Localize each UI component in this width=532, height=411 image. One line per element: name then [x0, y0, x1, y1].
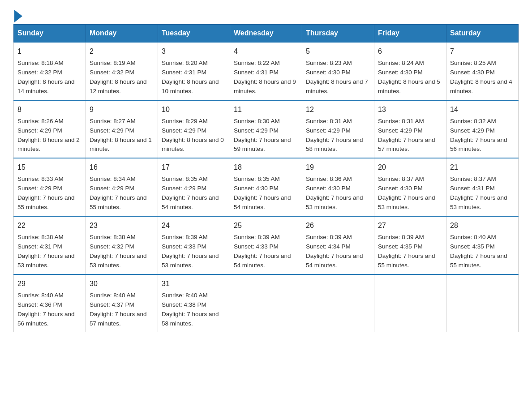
day-number: 29	[17, 278, 82, 289]
day-number: 19	[306, 162, 370, 173]
day-info: Sunrise: 8:31 AMSunset: 4:29 PMDaylight:…	[306, 117, 370, 154]
weekday-header-thursday: Thursday	[302, 25, 374, 43]
week-row-4: 22 Sunrise: 8:38 AMSunset: 4:31 PMDaylig…	[14, 216, 519, 274]
logo	[13, 9, 22, 20]
day-info: Sunrise: 8:27 AMSunset: 4:29 PMDaylight:…	[90, 117, 154, 154]
day-number: 18	[234, 162, 298, 173]
page-header	[13, 9, 519, 20]
day-cell-27: 27 Sunrise: 8:39 AMSunset: 4:35 PMDaylig…	[374, 216, 446, 274]
day-number: 7	[450, 46, 515, 57]
day-number: 31	[162, 278, 226, 289]
day-cell-31: 31 Sunrise: 8:40 AMSunset: 4:38 PMDaylig…	[158, 274, 230, 332]
day-info: Sunrise: 8:23 AMSunset: 4:30 PMDaylight:…	[306, 59, 370, 96]
weekday-header-monday: Monday	[86, 25, 158, 43]
day-info: Sunrise: 8:25 AMSunset: 4:30 PMDaylight:…	[450, 59, 515, 96]
day-number: 3	[162, 46, 226, 57]
day-info: Sunrise: 8:18 AMSunset: 4:32 PMDaylight:…	[17, 59, 82, 96]
day-number: 25	[234, 220, 298, 231]
day-info: Sunrise: 8:35 AMSunset: 4:30 PMDaylight:…	[234, 175, 298, 212]
weekday-header-saturday: Saturday	[446, 25, 519, 43]
day-number: 4	[234, 46, 298, 57]
day-number: 20	[378, 162, 442, 173]
day-info: Sunrise: 8:40 AMSunset: 4:37 PMDaylight:…	[90, 291, 154, 329]
day-cell-15: 15 Sunrise: 8:33 AMSunset: 4:29 PMDaylig…	[14, 158, 86, 216]
day-cell-30: 30 Sunrise: 8:40 AMSunset: 4:37 PMDaylig…	[86, 274, 158, 332]
day-cell-24: 24 Sunrise: 8:39 AMSunset: 4:33 PMDaylig…	[158, 216, 230, 274]
day-number: 13	[378, 104, 442, 115]
day-info: Sunrise: 8:40 AMSunset: 4:36 PMDaylight:…	[17, 291, 82, 329]
day-number: 14	[450, 104, 515, 115]
day-number: 6	[378, 46, 442, 57]
day-cell-28: 28 Sunrise: 8:40 AMSunset: 4:35 PMDaylig…	[446, 216, 519, 274]
day-number: 27	[378, 220, 442, 231]
day-number: 23	[90, 220, 154, 231]
day-cell-26: 26 Sunrise: 8:39 AMSunset: 4:34 PMDaylig…	[302, 216, 374, 274]
day-number: 10	[162, 104, 226, 115]
day-number: 9	[90, 104, 154, 115]
day-cell-20: 20 Sunrise: 8:37 AMSunset: 4:30 PMDaylig…	[374, 158, 446, 216]
weekday-header-wednesday: Wednesday	[230, 25, 302, 43]
day-number: 30	[90, 278, 154, 289]
day-info: Sunrise: 8:34 AMSunset: 4:29 PMDaylight:…	[90, 175, 154, 212]
day-cell-2: 2 Sunrise: 8:19 AMSunset: 4:32 PMDayligh…	[86, 42, 158, 100]
day-cell-8: 8 Sunrise: 8:26 AMSunset: 4:29 PMDayligh…	[14, 100, 86, 158]
day-info: Sunrise: 8:40 AMSunset: 4:35 PMDaylight:…	[450, 233, 515, 270]
week-row-5: 29 Sunrise: 8:40 AMSunset: 4:36 PMDaylig…	[14, 274, 519, 332]
day-number: 8	[17, 104, 82, 115]
day-number: 12	[306, 104, 370, 115]
empty-cell	[302, 274, 374, 332]
day-cell-16: 16 Sunrise: 8:34 AMSunset: 4:29 PMDaylig…	[86, 158, 158, 216]
day-info: Sunrise: 8:39 AMSunset: 4:34 PMDaylight:…	[306, 233, 370, 270]
day-info: Sunrise: 8:26 AMSunset: 4:29 PMDaylight:…	[17, 117, 82, 154]
day-info: Sunrise: 8:29 AMSunset: 4:29 PMDaylight:…	[162, 117, 226, 154]
day-cell-14: 14 Sunrise: 8:32 AMSunset: 4:29 PMDaylig…	[446, 100, 519, 158]
day-info: Sunrise: 8:37 AMSunset: 4:30 PMDaylight:…	[378, 175, 442, 212]
day-info: Sunrise: 8:40 AMSunset: 4:38 PMDaylight:…	[162, 291, 226, 329]
day-info: Sunrise: 8:30 AMSunset: 4:29 PMDaylight:…	[234, 117, 298, 154]
empty-cell	[230, 274, 302, 332]
day-number: 28	[450, 220, 515, 231]
day-cell-3: 3 Sunrise: 8:20 AMSunset: 4:31 PMDayligh…	[158, 42, 230, 100]
day-cell-29: 29 Sunrise: 8:40 AMSunset: 4:36 PMDaylig…	[14, 274, 86, 332]
day-info: Sunrise: 8:33 AMSunset: 4:29 PMDaylight:…	[17, 175, 82, 212]
day-number: 16	[90, 162, 154, 173]
day-cell-6: 6 Sunrise: 8:24 AMSunset: 4:30 PMDayligh…	[374, 42, 446, 100]
day-cell-5: 5 Sunrise: 8:23 AMSunset: 4:30 PMDayligh…	[302, 42, 374, 100]
day-number: 2	[90, 46, 154, 57]
empty-cell	[446, 274, 519, 332]
day-info: Sunrise: 8:20 AMSunset: 4:31 PMDaylight:…	[162, 59, 226, 96]
day-cell-4: 4 Sunrise: 8:22 AMSunset: 4:31 PMDayligh…	[230, 42, 302, 100]
logo-arrow-icon	[14, 10, 22, 22]
day-info: Sunrise: 8:39 AMSunset: 4:33 PMDaylight:…	[162, 233, 226, 270]
day-info: Sunrise: 8:38 AMSunset: 4:32 PMDaylight:…	[90, 233, 154, 270]
day-info: Sunrise: 8:32 AMSunset: 4:29 PMDaylight:…	[450, 117, 515, 154]
day-cell-1: 1 Sunrise: 8:18 AMSunset: 4:32 PMDayligh…	[14, 42, 86, 100]
day-info: Sunrise: 8:39 AMSunset: 4:33 PMDaylight:…	[234, 233, 298, 270]
week-row-2: 8 Sunrise: 8:26 AMSunset: 4:29 PMDayligh…	[14, 100, 519, 158]
day-cell-10: 10 Sunrise: 8:29 AMSunset: 4:29 PMDaylig…	[158, 100, 230, 158]
day-info: Sunrise: 8:35 AMSunset: 4:29 PMDaylight:…	[162, 175, 226, 212]
weekday-header-sunday: Sunday	[14, 25, 86, 43]
day-info: Sunrise: 8:39 AMSunset: 4:35 PMDaylight:…	[378, 233, 442, 270]
day-cell-7: 7 Sunrise: 8:25 AMSunset: 4:30 PMDayligh…	[446, 42, 519, 100]
day-cell-11: 11 Sunrise: 8:30 AMSunset: 4:29 PMDaylig…	[230, 100, 302, 158]
day-info: Sunrise: 8:37 AMSunset: 4:31 PMDaylight:…	[450, 175, 515, 212]
day-cell-21: 21 Sunrise: 8:37 AMSunset: 4:31 PMDaylig…	[446, 158, 519, 216]
day-info: Sunrise: 8:31 AMSunset: 4:29 PMDaylight:…	[378, 117, 442, 154]
empty-cell	[374, 274, 446, 332]
day-number: 26	[306, 220, 370, 231]
day-info: Sunrise: 8:36 AMSunset: 4:30 PMDaylight:…	[306, 175, 370, 212]
weekday-header-row: SundayMondayTuesdayWednesdayThursdayFrid…	[14, 25, 519, 43]
day-number: 15	[17, 162, 82, 173]
day-number: 22	[17, 220, 82, 231]
day-cell-25: 25 Sunrise: 8:39 AMSunset: 4:33 PMDaylig…	[230, 216, 302, 274]
day-cell-13: 13 Sunrise: 8:31 AMSunset: 4:29 PMDaylig…	[374, 100, 446, 158]
day-number: 24	[162, 220, 226, 231]
weekday-header-friday: Friday	[374, 25, 446, 43]
day-cell-23: 23 Sunrise: 8:38 AMSunset: 4:32 PMDaylig…	[86, 216, 158, 274]
day-cell-17: 17 Sunrise: 8:35 AMSunset: 4:29 PMDaylig…	[158, 158, 230, 216]
calendar-table: SundayMondayTuesdayWednesdayThursdayFrid…	[13, 24, 519, 332]
day-number: 5	[306, 46, 370, 57]
day-number: 17	[162, 162, 226, 173]
day-number: 11	[234, 104, 298, 115]
